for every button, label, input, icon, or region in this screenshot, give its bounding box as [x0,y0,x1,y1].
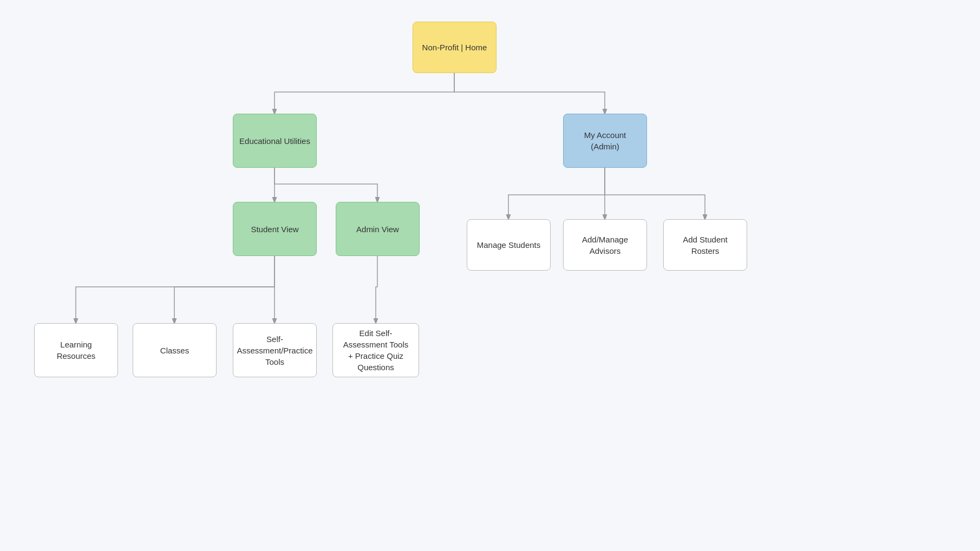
node-add-rosters[interactable]: Add Student Rosters [663,219,747,271]
node-manage-advisors[interactable]: Add/Manage Advisors [563,219,647,271]
node-classes[interactable]: Classes [133,323,217,377]
node-educational-utilities[interactable]: Educational Utilities [233,114,317,168]
node-self-assessment[interactable]: Self-Assessment/Practice Tools [233,323,317,377]
node-manage-students[interactable]: Manage Students [467,219,551,271]
diagram-container: Non-Profit | Home Educational Utilities … [0,0,980,551]
node-learning-resources[interactable]: Learning Resources [34,323,118,377]
node-edit-self-assessment[interactable]: Edit Self-Assessment Tools + Practice Qu… [332,323,419,377]
node-root[interactable]: Non-Profit | Home [413,22,496,73]
connectors-svg [0,0,980,551]
node-student-view[interactable]: Student View [233,202,317,256]
node-my-account[interactable]: My Account (Admin) [563,114,647,168]
node-admin-view[interactable]: Admin View [336,202,420,256]
